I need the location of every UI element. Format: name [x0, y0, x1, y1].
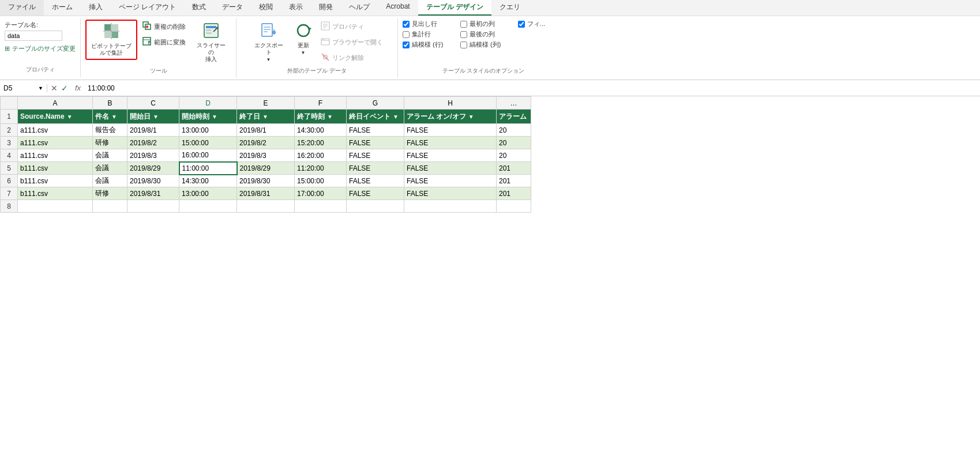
col-header-E[interactable]: E	[237, 97, 295, 110]
end-time-dropdown[interactable]: ▼	[327, 114, 333, 120]
cell-C3[interactable]: 2019/8/2	[127, 137, 179, 149]
cell-B7[interactable]: 研修	[93, 187, 127, 200]
cell-E2[interactable]: 2019/8/1	[237, 124, 295, 137]
cell-E5[interactable]: 2019/8/29	[237, 162, 295, 175]
col-header-D[interactable]: D	[179, 97, 237, 110]
subject-dropdown[interactable]: ▼	[111, 114, 117, 120]
cell-B8[interactable]	[93, 200, 127, 213]
cell-D5[interactable]: 11:00:00	[179, 162, 237, 175]
cell-H3[interactable]: FALSE	[404, 137, 497, 149]
cell-A6[interactable]: b111.csv	[18, 175, 93, 187]
tab-page-layout[interactable]: ページ レイアウト	[111, 0, 184, 16]
cell-A5[interactable]: b111.csv	[18, 162, 93, 175]
tab-view[interactable]: 表示	[281, 0, 311, 16]
cell-C4[interactable]: 2019/8/3	[127, 149, 179, 162]
cell-E8[interactable]	[237, 200, 295, 213]
col-header-H[interactable]: H	[404, 97, 497, 110]
confirm-icon[interactable]: ✓	[61, 84, 68, 93]
tab-formulas[interactable]: 数式	[184, 0, 214, 16]
header-cell-C[interactable]: 開始日 ▼	[127, 110, 179, 124]
tab-developer[interactable]: 開発	[311, 0, 341, 16]
cell-I5[interactable]: 201	[497, 162, 531, 175]
banded-rows-check[interactable]: 縞模様 (行)	[403, 40, 449, 49]
cell-I3[interactable]: 20	[497, 137, 531, 149]
tab-help[interactable]: ヘルプ	[341, 0, 378, 16]
refresh-button[interactable]: 更新 ▼	[291, 20, 316, 58]
cell-F4[interactable]: 16:20:00	[295, 149, 347, 162]
cell-A2[interactable]: a111.csv	[18, 124, 93, 137]
tab-data[interactable]: データ	[214, 0, 251, 16]
all-day-dropdown[interactable]: ▼	[393, 114, 399, 120]
cell-I6[interactable]: 201	[497, 175, 531, 187]
cell-H2[interactable]: FALSE	[404, 124, 497, 137]
col-header-I[interactable]: …	[497, 97, 531, 110]
start-date-dropdown[interactable]: ▼	[153, 114, 159, 120]
cell-D8[interactable]	[179, 200, 237, 213]
cell-G2[interactable]: FALSE	[347, 124, 404, 137]
cell-F3[interactable]: 15:20:00	[295, 137, 347, 149]
filter-btn-check[interactable]: フィ...	[518, 20, 564, 28]
col-header-C[interactable]: C	[127, 97, 179, 110]
cell-D4[interactable]: 16:00:00	[179, 149, 237, 162]
tab-query[interactable]: クエリ	[491, 0, 528, 16]
remove-duplicates-button[interactable]: 重複の削除	[140, 20, 189, 34]
cell-A4[interactable]: a111.csv	[18, 149, 93, 162]
cell-D7[interactable]: 13:00:00	[179, 187, 237, 200]
tab-table-design[interactable]: テーブル デザイン	[418, 0, 491, 16]
first-col-check[interactable]: 最初の列	[460, 20, 506, 28]
formula-input[interactable]	[84, 84, 980, 92]
cell-B4[interactable]: 会議	[93, 149, 127, 162]
cell-C2[interactable]: 2019/8/1	[127, 124, 179, 137]
header-cell-D[interactable]: 開始時刻 ▼	[179, 110, 237, 124]
open-browser-button[interactable]: ブラウザーで開く	[318, 35, 386, 50]
export-button[interactable]: エクスポート ▼	[249, 20, 289, 65]
first-col-checkbox[interactable]	[460, 21, 467, 28]
unlink-button[interactable]: リンク解除	[318, 51, 386, 65]
tab-insert[interactable]: 挿入	[81, 0, 111, 16]
cell-C5[interactable]: 2019/8/29	[127, 162, 179, 175]
cell-F7[interactable]: 17:00:00	[295, 187, 347, 200]
cell-H6[interactable]: FALSE	[404, 175, 497, 187]
col-header-B[interactable]: B	[93, 97, 127, 110]
banded-cols-check[interactable]: 縞模様 (列)	[460, 40, 506, 49]
cell-G8[interactable]	[347, 200, 404, 213]
header-cell-E[interactable]: 終了日 ▼	[237, 110, 295, 124]
cell-F6[interactable]: 15:00:00	[295, 175, 347, 187]
cell-I7[interactable]: 201	[497, 187, 531, 200]
last-col-checkbox[interactable]	[460, 31, 467, 38]
cell-I8[interactable]	[497, 200, 531, 213]
cell-G5[interactable]: FALSE	[347, 162, 404, 175]
resize-table-button[interactable]: ⊞ テーブルのサイズ変更	[5, 44, 76, 53]
filter-btn-checkbox[interactable]	[518, 21, 525, 28]
total-row-check[interactable]: 集計行	[403, 30, 449, 39]
cell-F5[interactable]: 11:20:00	[295, 162, 347, 175]
tab-home[interactable]: ホーム	[44, 0, 81, 16]
banded-rows-checkbox[interactable]	[403, 42, 410, 48]
last-col-check[interactable]: 最後の列	[460, 30, 506, 39]
cell-A3[interactable]: a111.csv	[18, 137, 93, 149]
header-cell-H[interactable]: アラーム オン/オフ ▼	[404, 110, 497, 124]
source-name-dropdown[interactable]: ▼	[67, 114, 73, 120]
cell-B3[interactable]: 研修	[93, 137, 127, 149]
start-time-dropdown[interactable]: ▼	[212, 114, 217, 120]
cell-H5[interactable]: FALSE	[404, 162, 497, 175]
cell-B6[interactable]: 会議	[93, 175, 127, 187]
banded-cols-checkbox[interactable]	[460, 42, 467, 48]
header-cell-G[interactable]: 終日イベント ▼	[347, 110, 404, 124]
slicer-button[interactable]: スライサーの挿入	[191, 20, 231, 66]
cancel-icon[interactable]: ✕	[51, 84, 58, 93]
cell-C7[interactable]: 2019/8/31	[127, 187, 179, 200]
cell-H4[interactable]: FALSE	[404, 149, 497, 162]
cell-C6[interactable]: 2019/8/30	[127, 175, 179, 187]
cell-E6[interactable]: 2019/8/30	[237, 175, 295, 187]
cell-E4[interactable]: 2019/8/3	[237, 149, 295, 162]
col-header-F[interactable]: F	[295, 97, 347, 110]
pivot-table-button[interactable]: ピボットテーブルで集計	[85, 20, 137, 60]
header-cell-I[interactable]: アラーム	[497, 110, 531, 124]
cell-B5[interactable]: 会議	[93, 162, 127, 175]
convert-range-button[interactable]: 範囲に変換	[140, 35, 189, 50]
cell-F8[interactable]	[295, 200, 347, 213]
tab-acrobat[interactable]: Acrobat	[378, 0, 418, 16]
cell-C8[interactable]	[127, 200, 179, 213]
cell-G6[interactable]: FALSE	[347, 175, 404, 187]
